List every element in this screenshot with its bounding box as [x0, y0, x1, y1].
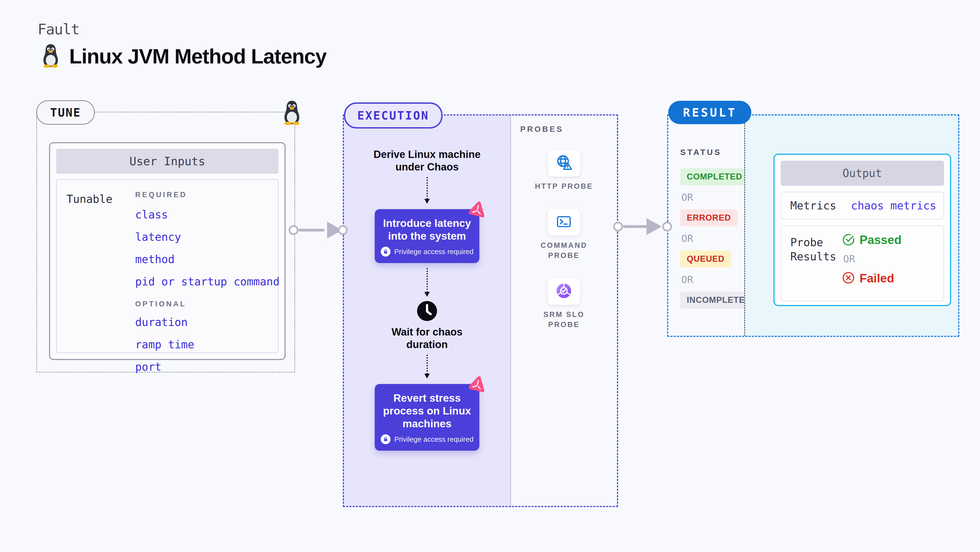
result-badge: RESULT	[668, 101, 751, 124]
verdict-column: Passed OR Failed	[842, 233, 902, 285]
or-label: OR	[681, 274, 693, 285]
privilege-note: Privilege access required	[379, 435, 475, 444]
linux-tux-icon	[40, 43, 61, 69]
page-title: Linux JVM Method Latency	[69, 44, 326, 68]
wait-step-text: Wait for chaos duration	[391, 326, 463, 351]
connector-ring	[338, 225, 348, 235]
tunable-item: latency	[135, 231, 181, 243]
chaos-pinwheel-icon	[469, 376, 486, 393]
probe-label: COMMAND PROBE	[541, 241, 587, 261]
probe-item-http: HTTP PROBE	[535, 150, 593, 192]
srm-slo-probe-card	[548, 278, 580, 305]
or-label: OR	[681, 192, 693, 203]
privilege-note-text: Privilege access required	[395, 247, 473, 256]
connector-ring	[662, 222, 672, 232]
metrics-label: Metrics	[790, 199, 836, 212]
status-badge-completed: COMPLETED	[680, 168, 749, 185]
fault-diagram-canvas: Fault Linux JVM Method Latency TUNE	[0, 0, 980, 552]
revert-stress-node: Revert stress process on Linux machines …	[375, 384, 479, 451]
tunable-item: ramp time	[135, 338, 194, 351]
connector-ring	[613, 222, 623, 232]
tunable-item: method	[135, 253, 175, 265]
derive-step-text: Derive Linux machine under Chaos	[374, 148, 481, 173]
page-title-row: Linux JVM Method Latency	[40, 43, 326, 69]
privilege-note: Privilege access required	[379, 247, 475, 257]
probe-label: SRM SLO PROBE	[543, 309, 585, 330]
probe-item-srm-slo: SRM SLO PROBE	[543, 278, 585, 330]
probe-item-command: COMMAND PROBE	[541, 209, 587, 261]
privilege-note-text: Privilege access required	[395, 435, 473, 444]
execution-badge: EXECUTION	[344, 102, 442, 128]
tunable-item: pid or startup command	[135, 275, 280, 288]
or-label: OR	[681, 233, 693, 244]
down-arrow	[424, 268, 430, 297]
passed-text: Passed	[859, 233, 902, 247]
down-arrow	[424, 177, 430, 204]
lock-icon	[381, 247, 391, 257]
linux-tux-corner-icon	[281, 100, 302, 125]
tune-badge: TUNE	[36, 100, 95, 125]
user-inputs-card: User Inputs Tunable REQUIRED class laten…	[49, 142, 286, 360]
passed-verdict: Passed	[842, 233, 902, 247]
chaos-pinwheel-icon	[469, 201, 486, 218]
failed-verdict: Failed	[842, 271, 894, 285]
probes-label: PROBES	[520, 125, 563, 134]
output-header: Output	[781, 161, 944, 186]
status-badge-errored: ERRORED	[680, 209, 737, 226]
revert-stress-title: Revert stress process on Linux machines	[379, 392, 475, 430]
tunable-item: duration	[135, 316, 188, 328]
status-zone: STATUS COMPLETED OR ERRORED OR QUEUED OR…	[668, 116, 744, 336]
status-label: STATUS	[680, 148, 722, 157]
probes-zone: PROBES HTTP PROBE	[510, 116, 617, 506]
tunable-list: REQUIRED class latency method pid or sta…	[135, 190, 280, 383]
execution-to-result-arrow-line	[623, 225, 648, 228]
tunable-row-label: Tunable	[67, 193, 113, 205]
lock-icon	[381, 435, 391, 444]
execution-flow-zone: Derive Linux machine under Chaos I	[344, 116, 510, 506]
user-inputs-body: Tunable REQUIRED class latency method pi…	[56, 179, 278, 353]
chaos-metrics-link[interactable]: chaos metrics	[851, 199, 936, 212]
user-inputs-header: User Inputs	[56, 149, 278, 174]
execution-section-box: Derive Linux machine under Chaos I	[343, 114, 618, 507]
status-badge-queued: QUEUED	[680, 251, 731, 267]
result-section-box: STATUS COMPLETED OR ERRORED OR QUEUED OR…	[667, 114, 959, 337]
connector-ring	[289, 225, 298, 235]
down-arrow	[424, 355, 430, 379]
tunable-item: port	[135, 360, 161, 373]
optional-label: OPTIONAL	[135, 300, 186, 308]
introduce-latency-node: Introduce latency into the system Privil…	[375, 209, 479, 263]
output-card: Output Metrics chaos metrics Probe Resul…	[773, 154, 951, 306]
failed-text: Failed	[859, 271, 894, 285]
introduce-latency-title: Introduce latency into the system	[379, 217, 475, 243]
slo-donut-icon	[555, 282, 573, 301]
probe-label: HTTP PROBE	[535, 181, 593, 192]
terminal-icon	[555, 213, 572, 231]
required-label: REQUIRED	[135, 190, 187, 199]
x-circle-icon	[842, 271, 854, 285]
probe-results-label: Probe Results	[790, 235, 836, 263]
http-probe-card	[548, 150, 580, 176]
tune-to-execution-arrow-line	[298, 229, 325, 232]
tunable-item: class	[135, 208, 168, 221]
metrics-row: Metrics chaos metrics	[781, 192, 944, 219]
globe-alert-icon	[555, 154, 573, 172]
command-probe-card	[548, 209, 580, 236]
clock-icon	[416, 300, 438, 323]
fault-eyebrow: Fault	[38, 21, 79, 38]
or-label: OR	[843, 253, 855, 265]
execution-to-result-arrow-head	[646, 218, 662, 235]
probe-results-row: Probe Results Passed OR	[781, 225, 944, 301]
check-circle-icon	[842, 233, 854, 247]
output-zone: Output Metrics chaos metrics Probe Resul…	[744, 116, 958, 336]
